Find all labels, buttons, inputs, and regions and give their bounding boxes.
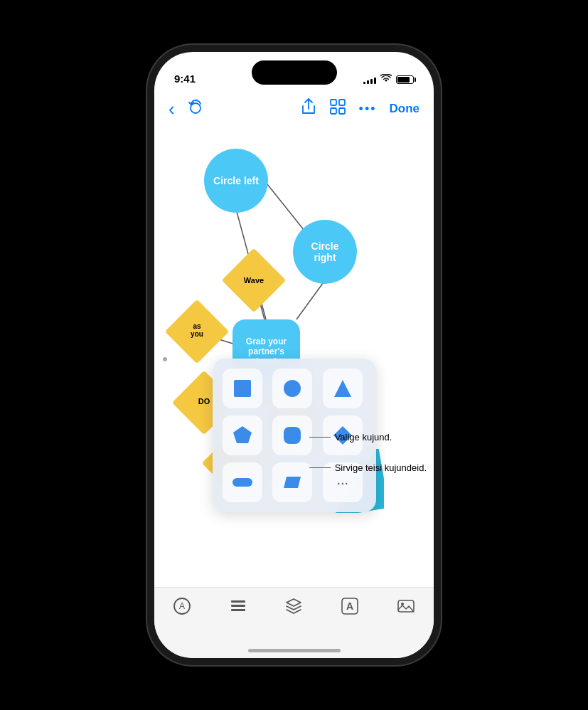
home-indicator xyxy=(248,649,341,652)
toolbar-left: ‹ xyxy=(169,97,205,120)
share-button[interactable] xyxy=(301,97,316,120)
annotations: Valige kujund. Sirvige teisi kujundeid. xyxy=(309,432,427,473)
svg-line-7 xyxy=(296,280,325,319)
diamond-asyou[interactable] xyxy=(165,300,230,364)
svg-rect-20 xyxy=(232,478,252,487)
shape-rounded-square[interactable] xyxy=(272,415,312,455)
tool-layers[interactable] xyxy=(284,596,304,616)
ann-line-1 xyxy=(309,437,331,438)
done-button[interactable]: Done xyxy=(390,102,420,116)
signal-bars-icon xyxy=(363,75,376,84)
svg-rect-29 xyxy=(398,600,414,612)
signal-bar-4 xyxy=(374,78,376,84)
signal-bar-1 xyxy=(363,82,365,84)
canvas-area[interactable]: Circle left Circleright Wave asyou Grab … xyxy=(154,127,434,587)
back-button[interactable]: ‹ xyxy=(169,98,175,120)
pen-icon: A xyxy=(172,596,192,616)
left-dot-indicator xyxy=(163,357,167,361)
circle-right-label: Circleright xyxy=(311,240,339,263)
circle-left-label: Circle left xyxy=(213,175,259,186)
node-circle-left[interactable]: Circle left xyxy=(204,149,268,213)
select-shape-text: Valige kujund. xyxy=(335,432,392,443)
list-icon xyxy=(228,596,248,616)
svg-text:A: A xyxy=(179,601,185,611)
text-icon: A xyxy=(340,596,360,616)
svg-rect-1 xyxy=(331,100,336,105)
shape-circle[interactable] xyxy=(272,369,312,408)
image-icon xyxy=(396,596,416,616)
svg-rect-26 xyxy=(231,609,245,611)
more-button[interactable]: ••• xyxy=(359,102,377,117)
node-circle-right[interactable]: Circleright xyxy=(293,220,357,284)
signal-bar-3 xyxy=(370,79,373,84)
status-time: 9:41 xyxy=(174,73,196,85)
layers-icon xyxy=(284,596,304,616)
battery-fill xyxy=(397,77,410,83)
svg-rect-25 xyxy=(231,605,245,607)
shape-triangle[interactable] xyxy=(323,369,363,408)
shape-parallelogram[interactable] xyxy=(272,462,312,502)
tool-text[interactable]: A xyxy=(340,596,360,616)
svg-point-0 xyxy=(191,103,201,113)
shape-pentagon[interactable] xyxy=(223,415,262,455)
ann-line-2 xyxy=(309,467,331,468)
tool-image[interactable] xyxy=(396,596,416,616)
toolbar: ‹ xyxy=(154,90,434,127)
undo-button[interactable] xyxy=(186,97,205,120)
signal-bar-2 xyxy=(367,80,369,84)
svg-rect-18 xyxy=(284,427,301,444)
tool-list[interactable] xyxy=(228,596,248,616)
browse-shapes-text: Sirvige teisi kujundeid. xyxy=(335,462,427,473)
tool-pen[interactable]: A xyxy=(172,596,192,616)
svg-text:A: A xyxy=(346,600,353,612)
svg-point-15 xyxy=(284,380,301,397)
diamond-wave[interactable] xyxy=(222,248,287,313)
svg-rect-4 xyxy=(339,108,345,114)
shape-square[interactable] xyxy=(223,369,262,408)
svg-rect-24 xyxy=(231,600,245,603)
status-icons xyxy=(363,74,414,85)
bottom-toolbar: A xyxy=(154,587,434,658)
wifi-icon xyxy=(380,74,392,85)
select-shape-annotation: Valige kujund. xyxy=(309,432,427,443)
battery-icon xyxy=(396,75,414,84)
dynamic-island xyxy=(252,60,337,85)
shape-pill[interactable] xyxy=(223,462,262,502)
svg-rect-14 xyxy=(234,380,251,397)
svg-rect-2 xyxy=(339,100,345,105)
phone-frame: 9:41 ‹ xyxy=(154,52,434,658)
svg-marker-21 xyxy=(284,477,301,488)
svg-rect-3 xyxy=(331,108,336,114)
grid-button[interactable] xyxy=(329,98,346,120)
svg-marker-17 xyxy=(233,426,252,443)
browse-shapes-annotation: Sirvige teisi kujundeid. xyxy=(309,462,427,473)
svg-marker-16 xyxy=(334,380,351,397)
